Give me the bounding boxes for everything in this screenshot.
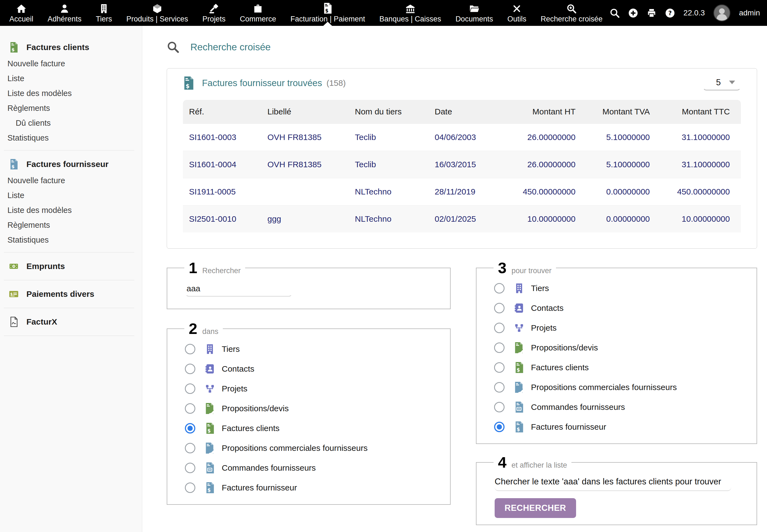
radio-button[interactable] — [185, 482, 195, 493]
radio-button[interactable] — [185, 344, 195, 354]
radio-option-commandes-fournisseurs[interactable]: Commandes fournisseurs — [494, 397, 748, 417]
radio-option-projets[interactable]: Projets — [185, 379, 442, 399]
radio-option-propositions-fournisseurs[interactable]: Propositions commerciales fournisseurs — [185, 438, 442, 458]
sidebar-section-factures-clients[interactable]: Factures clients — [0, 39, 142, 56]
thirdparty-link[interactable]: NLTechno — [349, 214, 429, 224]
invoice-ref-link[interactable]: SI1601-0004 — [183, 160, 261, 169]
thirdparty-link[interactable]: Teclib — [349, 133, 429, 142]
radio-button-selected[interactable] — [494, 422, 505, 432]
invoice-supplier-icon — [183, 76, 194, 90]
step-label: dans — [202, 327, 218, 336]
page-size-select[interactable]: 5 — [703, 76, 741, 91]
radio-option-factures-clients[interactable]: Factures clients — [494, 358, 748, 377]
radio-option-propositions-fournisseurs[interactable]: Propositions commerciales fournisseurs — [494, 377, 748, 397]
radio-button[interactable] — [494, 382, 505, 393]
thirdparty-link[interactable]: NLTechno — [349, 187, 429, 196]
thirdparty-link[interactable]: Teclib — [349, 160, 429, 169]
sidebar-item-nouvelle-facture-client[interactable]: Nouvelle facture — [0, 56, 142, 71]
sidebar-item-liste-modeles-fourn[interactable]: Liste des modèles — [0, 203, 142, 218]
invoice-label-link[interactable]: ggg — [261, 214, 349, 224]
menu-item-billing[interactable]: Facturation | Paiement — [283, 0, 372, 26]
sidebar-section-facturx[interactable]: FacturX — [0, 313, 142, 331]
radio-option-contacts[interactable]: Contacts — [185, 359, 442, 379]
plus-circle-icon[interactable] — [628, 8, 638, 18]
radio-option-factures-fournisseur[interactable]: Factures fournisseur — [185, 478, 442, 498]
menu-item-documents[interactable]: Documents — [448, 0, 500, 26]
bank-icon — [405, 3, 415, 14]
radio-button[interactable] — [494, 402, 505, 412]
menu-item-products[interactable]: Produits | Services — [119, 0, 195, 26]
menu-item-thirdparties[interactable]: Tiers — [89, 0, 119, 26]
menu-item-members[interactable]: Adhérents — [40, 0, 89, 26]
sidebar-item-nouvelle-facture-fourn[interactable]: Nouvelle facture — [0, 173, 142, 188]
sidebar-section-factures-fournisseur[interactable]: Factures fournisseur — [0, 155, 142, 173]
help-icon[interactable] — [665, 8, 675, 18]
results-title: Factures fournisseur trouvées — [202, 78, 322, 88]
menu-item-banks[interactable]: Banques | Caisses — [372, 0, 448, 26]
invoice-label-link[interactable]: OVH FR81385 — [261, 160, 349, 169]
radio-option-commandes-fournisseurs[interactable]: Commandes fournisseurs — [185, 458, 442, 478]
radio-button[interactable] — [185, 364, 195, 374]
billing-icon — [323, 3, 332, 14]
amount-ttc: 31.10000000 — [658, 160, 741, 169]
sidebar-item-liste-fourn[interactable]: Liste — [0, 188, 142, 203]
menu-item-tools[interactable]: Outils — [500, 0, 533, 26]
radio-button[interactable] — [494, 283, 505, 294]
invoice-ref-link[interactable]: SI2501-0010 — [183, 214, 261, 224]
sidebar-divider — [4, 280, 134, 280]
radio-option-propositions[interactable]: Propositions/devis — [494, 338, 748, 358]
search-text-input[interactable] — [185, 282, 292, 297]
sidebar-section-title: Factures fournisseur — [26, 160, 108, 169]
search-icon[interactable] — [610, 8, 620, 18]
radio-option-factures-fournisseur[interactable]: Factures fournisseur — [494, 417, 748, 437]
radio-button-selected[interactable] — [185, 423, 195, 434]
radio-button[interactable] — [494, 303, 505, 313]
radio-option-tiers[interactable]: Tiers — [185, 339, 442, 359]
step-number: 2 — [189, 321, 197, 336]
results-card-header: Factures fournisseur trouvées (158) 5 — [183, 76, 741, 91]
search-plus-icon — [566, 3, 577, 14]
invoice-date: 02/01/2025 — [429, 214, 497, 224]
menu-item-commerce[interactable]: Commerce — [233, 0, 283, 26]
menu-label: Recherche croisée — [541, 15, 602, 23]
invoice-ref-link[interactable]: SI1601-0003 — [183, 133, 261, 142]
step-number: 1 — [189, 260, 197, 276]
amount-ht: 26.00000000 — [497, 160, 583, 169]
step-number: 3 — [498, 260, 506, 276]
sidebar-item-du-clients[interactable]: Dû clients — [0, 116, 142, 130]
sidebar-section-paiements-divers[interactable]: Paiements divers — [0, 285, 142, 303]
menu-item-cross-search[interactable]: Recherche croisée — [533, 0, 610, 26]
radio-button[interactable] — [494, 362, 505, 373]
print-icon[interactable] — [647, 8, 657, 18]
radio-option-projets[interactable]: Projets — [494, 318, 748, 338]
radio-button[interactable] — [494, 342, 505, 353]
radio-button[interactable] — [185, 463, 195, 473]
avatar[interactable] — [713, 4, 731, 22]
radio-option-factures-clients[interactable]: Factures clients — [185, 418, 442, 438]
radio-button[interactable] — [494, 323, 505, 333]
invoice-label-link[interactable]: OVH FR81385 — [261, 133, 349, 142]
step2-fieldset: 2 dans Tiers Contacts — [167, 321, 451, 505]
sidebar-item-reglements-fourn[interactable]: Règlements — [0, 218, 142, 232]
radio-option-propositions[interactable]: Propositions/devis — [185, 399, 442, 418]
menu-item-home[interactable]: Accueil — [2, 0, 40, 26]
radio-option-contacts[interactable]: Contacts — [494, 298, 748, 318]
menu-label: Commerce — [240, 15, 276, 23]
username-label[interactable]: admin — [739, 9, 760, 17]
sidebar-item-liste-client[interactable]: Liste — [0, 71, 142, 86]
sidebar-item-statistiques-client[interactable]: Statistiques — [0, 130, 142, 145]
page-title: Recherche croisée — [190, 42, 271, 53]
radio-button[interactable] — [185, 443, 195, 453]
sidebar-item-liste-modeles-client[interactable]: Liste des modèles — [0, 86, 142, 101]
sidebar-section-emprunts[interactable]: Emprunts — [0, 257, 142, 275]
sidebar-item-statistiques-fourn[interactable]: Statistiques — [0, 232, 142, 247]
radio-button[interactable] — [185, 383, 195, 394]
menu-item-projects[interactable]: Projets — [195, 0, 233, 26]
search-button[interactable]: RECHERCHER — [495, 498, 576, 518]
sidebar-item-reglements-client[interactable]: Règlements — [0, 101, 142, 116]
radio-button[interactable] — [185, 403, 195, 414]
menu-label: Tiers — [96, 15, 112, 23]
invoice-ref-link[interactable]: SI1911-0005 — [183, 187, 261, 196]
topbar: Accueil Adhérents Tiers Produits | Servi… — [0, 0, 767, 26]
radio-option-tiers[interactable]: Tiers — [494, 278, 748, 298]
